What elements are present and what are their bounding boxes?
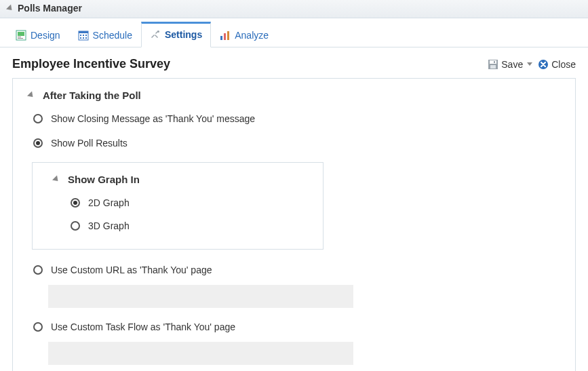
tab-label: Settings — [165, 29, 202, 40]
svg-rect-14 — [224, 33, 226, 40]
close-button[interactable]: Close — [538, 59, 576, 70]
svg-rect-15 — [227, 31, 229, 40]
design-icon — [16, 30, 26, 41]
collapse-icon[interactable] — [6, 4, 14, 12]
close-label: Close — [551, 59, 576, 70]
tab-label: Schedule — [93, 30, 132, 41]
section-after-taking-poll[interactable]: After Taking the Poll — [26, 90, 562, 101]
section-title: After Taking the Poll — [43, 90, 141, 101]
option-label: Use Custom URL as 'Thank You' page — [51, 265, 212, 275]
custom-url-input[interactable] — [48, 285, 353, 308]
section-show-graph-in[interactable]: Show Graph In — [52, 174, 309, 185]
radio-icon — [71, 198, 80, 208]
option-custom-task-flow[interactable]: Use Custom Task Flow as 'Thank You' page — [33, 321, 562, 332]
svg-point-12 — [157, 31, 159, 33]
app-title: Polls Manager — [18, 3, 82, 14]
svg-rect-1 — [18, 32, 24, 36]
svg-rect-2 — [18, 37, 21, 37]
svg-rect-19 — [494, 61, 495, 63]
tab-bar: Design Schedule Settings Analyze — [0, 21, 588, 47]
chart-icon — [220, 30, 231, 41]
radio-icon — [33, 322, 43, 332]
tab-schedule[interactable]: Schedule — [69, 24, 141, 47]
option-label: 3D Graph — [88, 220, 130, 231]
radio-icon — [33, 138, 43, 148]
content-area: Employee Incentive Survey Save Close Aft… — [0, 47, 588, 371]
content-header: Employee Incentive Survey Save Close — [12, 57, 576, 71]
option-show-results[interactable]: Show Poll Results — [33, 138, 562, 149]
svg-rect-5 — [79, 31, 88, 33]
collapse-icon — [52, 175, 60, 183]
svg-rect-11 — [85, 37, 87, 39]
custom-task-flow-input[interactable] — [48, 342, 353, 365]
option-custom-url[interactable]: Use Custom URL as 'Thank You' page — [33, 265, 562, 275]
section-title: Show Graph In — [68, 174, 140, 185]
svg-rect-6 — [80, 35, 81, 36]
radio-icon — [33, 114, 43, 123]
option-label: Show Poll Results — [51, 138, 128, 149]
page-title: Employee Incentive Survey — [12, 57, 170, 71]
svg-rect-8 — [85, 35, 87, 36]
svg-rect-18 — [490, 65, 496, 69]
svg-rect-13 — [220, 36, 222, 40]
svg-rect-17 — [490, 60, 496, 64]
option-label: Use Custom Task Flow as 'Thank You' page — [51, 321, 235, 332]
radio-icon — [33, 265, 43, 275]
save-icon — [488, 59, 498, 70]
save-button[interactable]: Save — [488, 59, 532, 70]
action-bar: Save Close — [488, 59, 576, 70]
tab-analyze[interactable]: Analyze — [211, 24, 277, 47]
svg-rect-9 — [80, 37, 81, 39]
tab-label: Design — [31, 30, 60, 41]
option-2d-graph[interactable]: 2D Graph — [71, 197, 309, 208]
close-icon — [538, 59, 549, 70]
tools-icon — [150, 29, 161, 40]
option-label: Show Closing Message as 'Thank You' mess… — [51, 113, 255, 124]
svg-rect-3 — [18, 38, 23, 39]
option-3d-graph[interactable]: 3D Graph — [71, 220, 309, 231]
app-header: Polls Manager — [0, 0, 588, 18]
svg-rect-7 — [83, 35, 84, 36]
tab-design[interactable]: Design — [7, 24, 69, 47]
save-label: Save — [501, 59, 523, 70]
option-closing-message[interactable]: Show Closing Message as 'Thank You' mess… — [33, 113, 562, 124]
radio-icon — [71, 221, 80, 231]
tab-label: Analyze — [235, 30, 269, 41]
svg-rect-10 — [83, 37, 84, 39]
settings-panel: After Taking the Poll Show Closing Messa… — [12, 78, 576, 371]
collapse-icon — [27, 91, 35, 99]
graph-sub-panel: Show Graph In 2D Graph 3D Graph — [32, 162, 324, 250]
option-label: 2D Graph — [88, 197, 130, 208]
dropdown-caret-icon — [527, 62, 532, 66]
calendar-icon — [78, 30, 89, 41]
tab-settings[interactable]: Settings — [141, 22, 211, 47]
